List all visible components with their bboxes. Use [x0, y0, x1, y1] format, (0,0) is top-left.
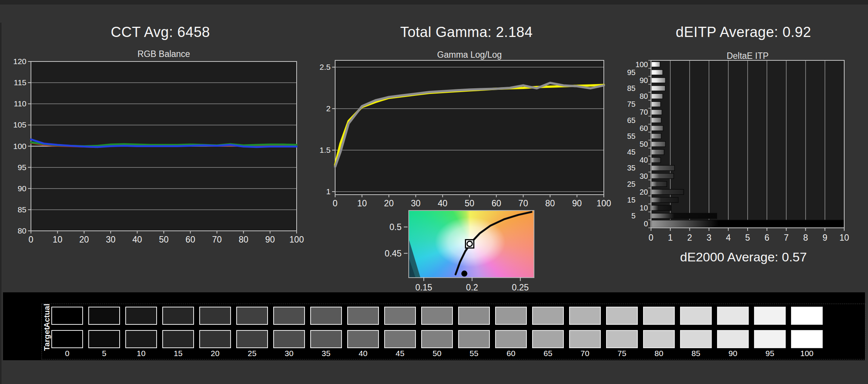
target-swatch-45	[384, 330, 416, 348]
swatch-level-label: 20	[199, 349, 231, 358]
actual-swatch-50	[421, 307, 453, 325]
swatch-level-label: 80	[643, 349, 675, 358]
grayscale-swatch-strip: Actual Target 05101520253035404550556065…	[3, 292, 865, 360]
actual-swatch-85	[680, 307, 712, 325]
swatch-level-label: 30	[273, 349, 305, 358]
target-swatch-15	[162, 330, 194, 348]
swatch-level-label: 45	[384, 349, 416, 358]
target-swatch-90	[717, 330, 749, 348]
actual-swatch-95	[754, 307, 786, 325]
actual-swatch-45	[384, 307, 416, 325]
target-swatch-80	[643, 330, 675, 348]
actual-swatch-35	[310, 307, 342, 325]
swatch-level-label: 0	[51, 349, 83, 358]
svg-text:0.2: 0.2	[466, 283, 478, 292]
actual-swatch-100	[791, 307, 823, 325]
target-swatch-75	[606, 330, 638, 348]
target-swatch-50	[421, 330, 453, 348]
target-swatch-0	[51, 330, 83, 348]
target-swatch-35	[310, 330, 342, 348]
row-label-target: Target	[42, 327, 51, 351]
swatch-level-label: 10	[125, 349, 157, 358]
target-swatch-5	[88, 330, 120, 348]
swatch-level-label: 90	[717, 349, 749, 358]
swatch-level-label: 25	[236, 349, 268, 358]
actual-swatch-10	[125, 307, 157, 325]
swatch-level-label: 60	[495, 349, 527, 358]
row-label-actual: Actual	[42, 304, 51, 328]
swatch-level-label: 55	[458, 349, 490, 358]
target-swatch-85	[680, 330, 712, 348]
target-swatch-10	[125, 330, 157, 348]
svg-text:0.15: 0.15	[416, 283, 432, 292]
actual-swatch-55	[458, 307, 490, 325]
swatch-level-label: 85	[680, 349, 712, 358]
actual-swatch-40	[347, 307, 379, 325]
swatch-level-label: 50	[421, 349, 453, 358]
target-swatch-25	[236, 330, 268, 348]
svg-text:0.25: 0.25	[512, 283, 529, 292]
actual-swatch-65	[532, 307, 564, 325]
actual-swatch-60	[495, 307, 527, 325]
swatch-level-label: 95	[754, 349, 786, 358]
swatch-level-label: 40	[347, 349, 379, 358]
swatch-level-label: 65	[532, 349, 564, 358]
actual-swatch-70	[569, 307, 601, 325]
target-swatch-30	[273, 330, 305, 348]
actual-swatch-25	[236, 307, 268, 325]
actual-swatch-5	[88, 307, 120, 325]
swatch-level-label: 70	[569, 349, 601, 358]
target-swatch-20	[199, 330, 231, 348]
target-swatch-40	[347, 330, 379, 348]
actual-swatch-75	[606, 307, 638, 325]
swatch-level-label: 5	[88, 349, 120, 358]
target-swatch-70	[569, 330, 601, 348]
target-swatch-60	[495, 330, 527, 348]
actual-swatch-90	[717, 307, 749, 325]
target-swatch-65	[532, 330, 564, 348]
target-swatch-55	[458, 330, 490, 348]
swatch-level-label: 15	[162, 349, 194, 358]
actual-swatch-15	[162, 307, 194, 325]
actual-swatch-80	[643, 307, 675, 325]
svg-text:0.45: 0.45	[385, 249, 402, 258]
actual-swatch-30	[273, 307, 305, 325]
target-swatch-95	[754, 330, 786, 348]
target-swatch-100	[791, 330, 823, 348]
actual-swatch-0	[51, 307, 83, 325]
swatch-level-label: 100	[791, 349, 823, 358]
actual-swatch-20	[199, 307, 231, 325]
swatch-level-label: 75	[606, 349, 638, 358]
calibration-report-page: CCT Avg: 6458 RGB Balance 80859095100105…	[0, 0, 868, 384]
svg-text:0.5: 0.5	[389, 222, 402, 232]
swatch-level-label: 35	[310, 349, 342, 358]
